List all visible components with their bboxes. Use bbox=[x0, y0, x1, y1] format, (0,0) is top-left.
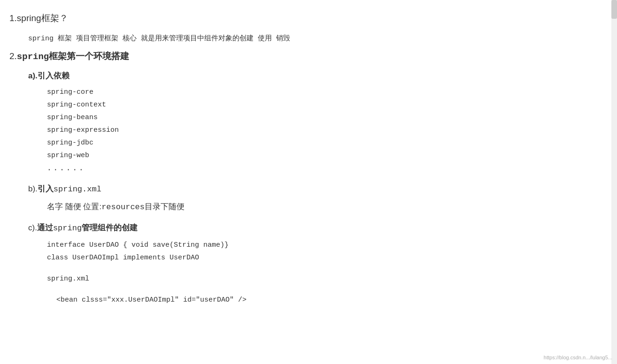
subsection-c-heading: c).通过spring管理组件的创建 bbox=[28, 221, 598, 236]
dep-spring-expression: spring-expression bbox=[47, 124, 598, 136]
section2-heading-prefix: 2. bbox=[9, 51, 17, 61]
subsection-b-heading: b).引入spring.xml bbox=[28, 182, 598, 197]
code-line-bean: <bean clsss="xxx.UserDAOImpl" id="userDA… bbox=[56, 294, 598, 306]
dep-spring-beans: spring-beans bbox=[47, 111, 598, 124]
subsection-b-description: 名字 随便 位置:resources目录下随便 bbox=[47, 200, 598, 215]
subsection-b-label: b).引入spring.xml bbox=[28, 184, 101, 193]
dep-spring-core: spring-core bbox=[47, 86, 598, 99]
section1-content: spring 框架 项目管理框架 核心 就是用来管理项目中组件对象的创建 使用 … bbox=[28, 31, 598, 46]
subsection-a-label: a).引入依赖 bbox=[28, 71, 69, 80]
subsection-b-content: 名字 随便 位置:resources目录下随便 bbox=[47, 200, 598, 215]
watermark: https://blog.csdn.n.../lulang5... bbox=[544, 355, 612, 360]
section1-heading-text: 1.spring框架？ bbox=[9, 13, 68, 23]
scrollbar-track[interactable] bbox=[611, 0, 617, 364]
dep-spring-web: spring-web bbox=[47, 149, 598, 162]
code-line-interface: interface UserDAO { void save(String nam… bbox=[47, 239, 598, 251]
section1-description: spring 框架 项目管理框架 核心 就是用来管理项目中组件对象的创建 使用 … bbox=[28, 31, 598, 46]
subsection-b-code-1: resources bbox=[101, 203, 145, 212]
watermark-text: https://blog.csdn.n.../lulang5... bbox=[544, 355, 612, 360]
section-2: 2.spring框架第一个环境搭建 a).引入依赖 spring-core sp… bbox=[9, 50, 598, 306]
section2-heading-text: 框架第一个环境搭建 bbox=[49, 51, 129, 61]
subsection-c: c).通过spring管理组件的创建 interface UserDAO { v… bbox=[28, 221, 598, 306]
dep-spring-jdbc: spring-jdbc bbox=[47, 136, 598, 149]
subsection-a-code-list: spring-core spring-context spring-beans … bbox=[47, 86, 598, 175]
section-1: 1.spring框架？ spring 框架 项目管理框架 核心 就是用来管理项目… bbox=[9, 12, 598, 46]
section2-heading-code: spring bbox=[17, 52, 49, 62]
dep-spring-context: spring-context bbox=[47, 99, 598, 111]
section2-heading: 2.spring框架第一个环境搭建 bbox=[9, 50, 598, 62]
subsection-c-code: interface UserDAO { void save(String nam… bbox=[47, 239, 598, 306]
subsection-a: a).引入依赖 spring-core spring-context sprin… bbox=[28, 69, 598, 175]
section1-desc-text: spring 框架 项目管理框架 核心 就是用来管理项目中组件对象的创建 使用 … bbox=[28, 35, 290, 43]
code-line-class: class UserDAOImpl implements UserDAO bbox=[47, 251, 598, 264]
page-container: 1.spring框架？ spring 框架 项目管理框架 核心 就是用来管理项目… bbox=[0, 0, 617, 364]
subsection-c-label: c).通过spring管理组件的创建 bbox=[28, 223, 138, 232]
dep-ellipsis: ...... bbox=[47, 162, 598, 175]
section1-heading: 1.spring框架？ bbox=[9, 12, 598, 24]
code-line-springxml-label: spring.xml bbox=[47, 273, 598, 285]
subsection-b-text-1: 名字 随便 位置: bbox=[47, 202, 101, 211]
scrollbar-thumb[interactable] bbox=[611, 0, 617, 19]
subsection-b: b).引入spring.xml 名字 随便 位置:resources目录下随便 bbox=[28, 182, 598, 214]
subsection-b-text-2: 目录下随便 bbox=[145, 202, 185, 211]
subsection-a-heading: a).引入依赖 bbox=[28, 69, 598, 83]
